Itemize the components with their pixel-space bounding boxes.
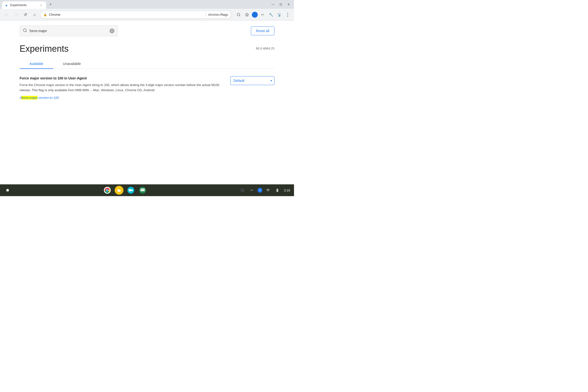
new-tab-button[interactable]: + [47,1,54,8]
active-tab[interactable]: Experiments × [2,2,46,9]
search-toolbar-icon[interactable] [235,11,242,18]
profile-icon[interactable]: 👤 [252,12,258,18]
svg-point-13 [141,190,142,190]
svg-point-14 [142,190,143,190]
flag-select[interactable]: Default Enabled Disabled [230,76,275,85]
back-button[interactable]: ← [3,11,10,18]
tab-title: Experiments [10,4,37,7]
flag-item: Force major version to 100 in User-Agent… [19,76,275,100]
search-bar[interactable]: × [19,26,118,36]
svg-point-3 [23,29,26,32]
svg-line-1 [239,16,240,16]
battery-icon[interactable] [274,186,281,194]
reload-button[interactable]: ↺ [21,11,29,18]
svg-marker-2 [245,13,249,16]
tab-unavailable[interactable]: Unavailable [53,60,91,69]
address-divider: | [205,12,206,17]
tab-favicon [5,4,8,7]
tab-available[interactable]: Available [19,60,53,69]
puzzle-icon[interactable]: 🔧 [268,11,275,18]
flag-description: Force the Chrome major version in the Us… [19,82,221,93]
maximize-button[interactable]: ⊡ [277,1,284,8]
search-input[interactable] [30,29,107,33]
experiments-header: Experiments 96.0.4664.25 [0,36,294,54]
flag-select-wrap[interactable]: Default Enabled Disabled ▾ [230,76,275,85]
taskbar-chat-icon[interactable] [138,186,147,195]
svg-point-15 [143,190,144,190]
pen-icon[interactable]: ✏ [248,186,256,194]
toolbar-icons: 👤 ✂ 🔧 📡 ⋮ [235,11,291,18]
screenshot-icon[interactable]: ⬛ [239,186,246,194]
svg-point-0 [237,13,240,16]
flag-control: Default Enabled Disabled ▾ [230,76,275,85]
search-row: × Reset all [19,26,275,36]
svg-point-9 [107,190,108,191]
home-button[interactable]: ⌂ [31,11,38,18]
address-field[interactable]: 🔒 Chrome | chrome://flags [40,11,231,19]
window-controls: — ⊡ ✕ [270,1,292,8]
forward-button[interactable]: → [12,11,19,18]
flag-link-highlight: force-major [21,96,37,100]
url-text: chrome://flags [208,13,228,16]
address-bar: ← → ↺ ⌂ 🔒 Chrome | chrome://flags 👤 ✂ 🔧 … [0,9,294,20]
svg-line-4 [26,31,26,32]
page-content: × Reset all Experiments 96.0.4664.25 Ava… [0,20,294,184]
flag-link-suffix: -version-to-100 [37,96,59,100]
search-section: × Reset all [0,20,294,36]
tabs-section: Available Unavailable [0,54,294,69]
taskbar-time: 3:18 [284,188,290,192]
bookmark-icon[interactable] [244,11,250,18]
flag-link[interactable]: #force-major-version-to-100 [19,96,59,100]
wifi-icon[interactable] [264,186,272,194]
cast-icon[interactable]: 📡 [276,11,283,18]
search-clear-button[interactable]: × [109,28,114,33]
extensions-icon[interactable]: ✂ [259,11,266,18]
tabs-bar: Available Unavailable [19,60,275,69]
search-icon [23,28,27,34]
taskbar: ⏺ [0,184,294,196]
flags-list: Force major version to 100 in User-Agent… [0,69,294,105]
taskbar-files-icon[interactable] [115,186,123,195]
notification-badge[interactable]: 3 [258,188,262,193]
taskbar-chrome-icon[interactable] [103,186,112,195]
page-title: Experiments [19,44,69,54]
reset-all-button[interactable]: Reset all [251,26,275,35]
taskbar-right: ⬛ ✏ 3 3:18 [239,186,290,194]
tab-close-button[interactable]: × [39,3,43,7]
flag-title: Force major version to 100 in User-Agent [19,76,221,80]
taskbar-center [11,186,239,195]
taskbar-meet-icon[interactable] [126,186,135,195]
system-tray-icon[interactable]: ⏺ [4,186,11,194]
version-text: 96.0.4664.25 [256,46,275,50]
close-button[interactable]: ✕ [285,1,292,8]
flag-info: Force major version to 100 in User-Agent… [19,76,221,100]
secure-icon: 🔒 [43,13,47,16]
brand-text: Chrome [49,13,203,16]
taskbar-left: ⏺ [4,186,11,194]
minimize-button[interactable]: — [270,1,276,8]
menu-button[interactable]: ⋮ [284,11,291,18]
